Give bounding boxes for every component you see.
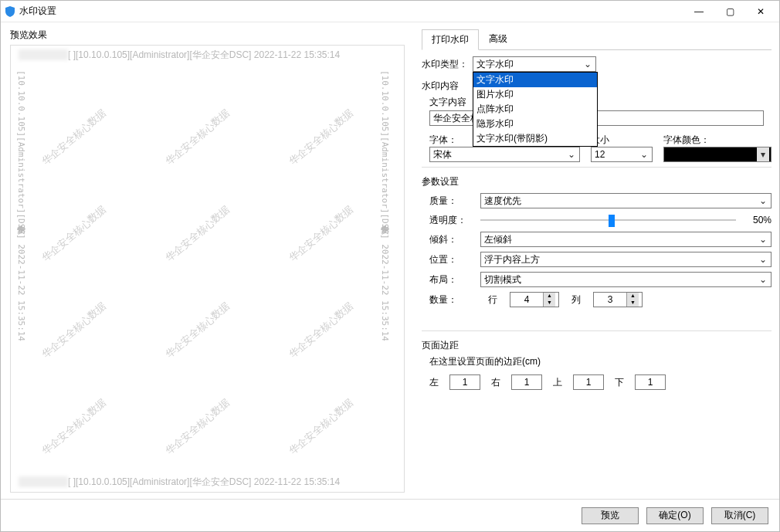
tab-print-watermark[interactable]: 打印水印	[422, 29, 479, 50]
rows-label: 行	[488, 293, 497, 307]
color-label: 字体颜色：	[663, 134, 772, 147]
chevron-down-icon: ⌄	[757, 274, 769, 285]
watermark-diag: 华企安全核心数据	[162, 300, 232, 362]
window-title: 水印设置	[19, 5, 683, 18]
type-select[interactable]: 文字水印 ⌄ 文字水印 图片水印 点阵水印 隐形水印 文字水印(带阴影)	[473, 56, 596, 72]
watermark-diag: 华企安全核心数据	[162, 203, 232, 266]
params-group: 参数设置	[422, 175, 772, 188]
watermark-diag: 华企安全核心数据	[39, 396, 109, 459]
position-label: 位置：	[429, 253, 476, 266]
margin-bottom-label: 下	[615, 376, 624, 389]
preview-button[interactable]: 预览	[582, 507, 639, 524]
opacity-label: 透明度：	[429, 214, 476, 227]
margin-left-input[interactable]	[449, 374, 480, 390]
margin-top-label: 上	[553, 376, 562, 389]
type-option[interactable]: 文字水印(带阴影)	[473, 131, 597, 146]
watermark-diag: 华企安全核心数据	[286, 300, 356, 362]
opacity-slider[interactable]	[480, 213, 736, 227]
titlebar: 水印设置 — ▢ ✕	[1, 1, 779, 22]
watermark-diag: 华企安全核心数据	[39, 107, 109, 169]
quality-select[interactable]: 速度优先⌄	[480, 193, 772, 208]
rows-spinner[interactable]: ▲▼	[510, 292, 559, 307]
size-label: 大小	[591, 134, 653, 147]
margin-right-input[interactable]	[511, 374, 542, 390]
type-label: 水印类型：	[422, 58, 468, 71]
chevron-down-icon: ⌄	[638, 149, 650, 160]
position-select[interactable]: 浮于内容上方⌄	[480, 252, 772, 267]
spin-up-icon[interactable]: ▲	[627, 293, 639, 300]
font-select[interactable]: 宋体⌄	[429, 147, 580, 162]
watermark-diag: 华企安全核心数据	[162, 396, 232, 459]
margin-left-label: 左	[429, 376, 439, 389]
layout-label: 布局：	[429, 273, 476, 286]
type-option[interactable]: 隐形水印	[473, 117, 597, 131]
footer: 预览 确定(O) 取消(C)	[1, 499, 779, 531]
minimize-button[interactable]: —	[683, 1, 714, 22]
chevron-down-icon: ⌄	[582, 59, 594, 69]
watermark-diag: 华企安全核心数据	[39, 203, 109, 266]
margin-top-input[interactable]	[573, 374, 604, 390]
chevron-down-icon: ⌄	[565, 149, 578, 160]
watermark-diag: 华企安全核心数据	[39, 300, 109, 362]
preview-right-text: [10.10.0.105][Administrator][华企安全DSC] 20…	[382, 64, 398, 473]
margin-bottom-input[interactable]	[635, 374, 666, 390]
close-button[interactable]: ✕	[745, 1, 776, 22]
preview-top-text: XXXXXXXX[ ][10.10.0.105][Administrator][…	[19, 49, 396, 62]
watermark-diag: 华企安全核心数据	[286, 396, 356, 459]
preview-left-text: [10.10.0.105][Administrator][华企安全DSC] 20…	[17, 64, 36, 473]
watermark-diag: 华企安全核心数据	[162, 107, 232, 169]
size-select[interactable]: 12⌄	[591, 147, 653, 162]
opacity-value: 50%	[741, 215, 772, 225]
margins-hint: 在这里设置页面的边距(cm)	[429, 355, 772, 368]
watermark-diag: 华企安全核心数据	[286, 203, 356, 266]
type-dropdown: 文字水印 图片水印 点阵水印 隐形水印 文字水印(带阴影)	[473, 72, 598, 147]
layout-select[interactable]: 切割模式⌄	[480, 272, 772, 287]
color-select[interactable]: ▾	[663, 147, 772, 162]
slider-thumb[interactable]	[609, 215, 615, 227]
spin-up-icon[interactable]: ▲	[544, 293, 555, 300]
type-option[interactable]: 文字水印	[473, 73, 597, 87]
cancel-button[interactable]: 取消(C)	[711, 507, 768, 524]
tilt-select[interactable]: 左倾斜⌄	[480, 232, 772, 247]
count-label: 数量：	[429, 293, 476, 307]
chevron-down-icon: ⌄	[757, 254, 769, 265]
tabs: 打印水印 高级	[422, 29, 772, 50]
ok-button[interactable]: 确定(O)	[646, 507, 704, 524]
watermark-diag: 华企安全核心数据	[286, 107, 356, 169]
chevron-down-icon: ▾	[757, 147, 769, 161]
maximize-button[interactable]: ▢	[714, 1, 745, 22]
quality-label: 质量：	[429, 195, 476, 208]
type-select-value: 文字水印	[476, 58, 514, 71]
type-option[interactable]: 点阵水印	[473, 102, 597, 117]
app-icon	[4, 5, 16, 18]
spin-down-icon[interactable]: ▼	[544, 300, 555, 307]
preview-bottom-text: XXXXXXXX[ ][10.10.0.105][Administrator][…	[19, 476, 396, 489]
tilt-label: 倾斜：	[429, 233, 476, 246]
type-option[interactable]: 图片水印	[473, 87, 597, 102]
chevron-down-icon: ⌄	[757, 234, 769, 245]
preview-title: 预览效果	[10, 29, 405, 42]
preview-pane: XXXXXXXX[ ][10.10.0.105][Administrator][…	[10, 45, 405, 493]
chevron-down-icon: ⌄	[757, 195, 769, 206]
cols-label: 列	[571, 293, 581, 307]
cols-spinner[interactable]: ▲▼	[593, 292, 643, 307]
tab-advanced[interactable]: 高级	[479, 29, 517, 49]
margins-group: 页面边距	[422, 339, 772, 352]
spin-down-icon[interactable]: ▼	[627, 300, 639, 307]
margin-right-label: 右	[491, 376, 500, 389]
